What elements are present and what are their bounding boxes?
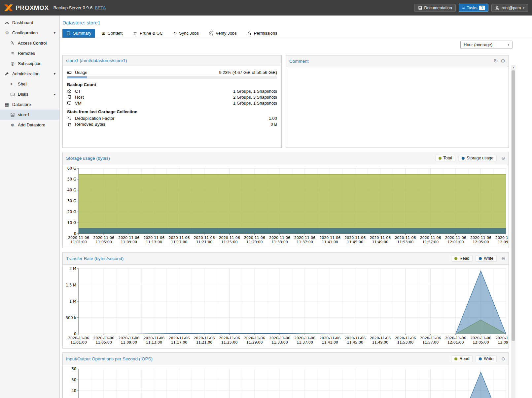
svg-text:11:09:00: 11:09:00 <box>121 340 137 345</box>
collapse-panel-icon[interactable]: ⊖ <box>501 256 505 261</box>
reload-icon[interactable]: ↻ <box>494 58 498 64</box>
legend-storage-usage[interactable]: Storage usage <box>458 155 497 161</box>
legend-read[interactable]: Read <box>451 355 473 362</box>
sidebar-item-shell[interactable]: >_Shell <box>0 79 59 89</box>
row-label: CT <box>75 89 81 94</box>
svg-text:50 G: 50 G <box>67 177 76 182</box>
svg-text:2020-11-06: 2020-11-06 <box>344 236 366 240</box>
tab-label: Verify Jobs <box>216 31 237 36</box>
legend-total[interactable]: Total <box>435 155 455 161</box>
summary-row-ct: CT1 Groups, 1 Snapshots <box>67 89 277 94</box>
svg-text:2020-11-06: 2020-11-06 <box>68 336 89 340</box>
row-value: 1 Groups, 1 Snapshots <box>233 89 277 94</box>
svg-text:2020-11-06: 2020-11-06 <box>118 336 139 340</box>
svg-text:2020-11-06: 2020-11-06 <box>169 336 190 340</box>
svg-text:11:29:00: 11:29:00 <box>246 240 263 244</box>
svg-text:2020-11-06: 2020-11-06 <box>244 236 265 240</box>
collapse-panel-icon[interactable]: ⊖ <box>501 356 505 361</box>
tab-label: Permissions <box>254 31 277 36</box>
scrollbar-thumb[interactable] <box>512 70 515 341</box>
tab-sync-jobs[interactable]: ↻Sync Jobs <box>169 29 202 38</box>
legend-label: Write <box>484 356 493 361</box>
legend-write[interactable]: Write <box>476 255 497 262</box>
tab-summary[interactable]: Summary <box>62 29 95 38</box>
grid-icon: ⊞ <box>102 31 105 36</box>
svg-text:11:17:00: 11:17:00 <box>171 240 187 244</box>
tasks-count-badge: 1 <box>479 6 485 10</box>
scrollbar-up-arrow[interactable]: ▲ <box>511 65 515 70</box>
sidebar-item-subscription[interactable]: ◎Subscription <box>0 58 59 69</box>
svg-text:11:45:00: 11:45:00 <box>347 240 363 244</box>
sidebar-item-datastore[interactable]: ▦Datastore <box>0 99 59 110</box>
brand-text: PROXMOX <box>16 4 49 12</box>
monitor-icon <box>67 101 73 106</box>
svg-text:1 M: 1 M <box>69 299 76 304</box>
svg-text:0: 0 <box>74 332 76 336</box>
chevron-down-icon: ▾ <box>54 31 55 35</box>
svg-text:11:13:00: 11:13:00 <box>146 340 162 345</box>
sidebar-item-dashboard[interactable]: Dashboard <box>0 17 59 28</box>
row-value: 1.00 <box>269 116 277 121</box>
sidebar-item-administration[interactable]: Administration▾ <box>0 69 59 79</box>
sidebar-item-configuration[interactable]: ⚙Configuration▾ <box>0 28 59 38</box>
tab-label: Sync Jobs <box>179 31 199 36</box>
usage-icon <box>67 70 73 75</box>
gear-icon[interactable]: ⚙ <box>501 58 505 64</box>
sidebar-item-access-control[interactable]: Access Control <box>0 38 59 48</box>
comment-body[interactable] <box>286 67 509 73</box>
wrench-icon <box>4 72 10 76</box>
chevron-down-icon: ▾ <box>54 72 55 76</box>
documentation-button[interactable]: Documentation <box>414 4 456 12</box>
legend-write[interactable]: Write <box>476 355 497 362</box>
collapse-panel-icon[interactable]: ⊖ <box>501 155 505 161</box>
sidebar-item-disks[interactable]: Disks▸ <box>0 89 59 99</box>
iops-chart: 01020304050602020-11-0611:01:002020-11-0… <box>63 366 508 398</box>
usage-progress-fill <box>67 76 87 78</box>
sidebar-item-label: store1 <box>18 112 30 117</box>
svg-text:11:41:00: 11:41:00 <box>322 240 338 244</box>
svg-text:12:01:00: 12:01:00 <box>447 240 464 244</box>
svg-text:2020-11-06: 2020-11-06 <box>294 236 315 240</box>
svg-text:11:37:00: 11:37:00 <box>297 340 313 345</box>
panel-header: store1 (/mnt/datastores/store1) <box>63 55 281 66</box>
tab-label: Prune & GC <box>140 31 163 36</box>
legend-read[interactable]: Read <box>451 255 473 262</box>
beta-link[interactable]: BETA <box>95 5 106 10</box>
timeframe-select[interactable]: Hour (average) ▾ <box>460 41 513 49</box>
svg-text:11:09:00: 11:09:00 <box>121 240 137 244</box>
user-menu-button[interactable]: root@pam ▾ <box>491 4 528 12</box>
usage-value: 9.23% (4.67 GiB of 50.56 GiB) <box>219 70 277 75</box>
svg-text:30 G: 30 G <box>67 199 76 203</box>
svg-text:11:57:00: 11:57:00 <box>422 240 439 244</box>
svg-text:2 M: 2 M <box>69 266 76 271</box>
tasks-button[interactable]: ≡ Tasks 1 <box>459 4 488 12</box>
sidebar-item-remotes[interactable]: ≡Remotes <box>0 48 59 58</box>
chart-body: 0500 k1 M1.5 M2 M2020-11-0611:01:002020-… <box>63 265 509 348</box>
vertical-scrollbar[interactable]: ▲ <box>511 65 515 398</box>
legend-label: Read <box>459 256 469 261</box>
svg-text:11:53:00: 11:53:00 <box>397 340 413 345</box>
svg-text:2020-11-06: 2020-11-06 <box>319 236 340 240</box>
building-icon <box>67 95 73 100</box>
sidebar-item-store1[interactable]: store1 <box>0 110 59 120</box>
panel-title: store1 (/mnt/datastores/store1) <box>66 58 127 63</box>
datastore-icon: ▦ <box>4 102 10 107</box>
tab-prune-gc[interactable]: Prune & GC <box>129 29 166 38</box>
tab-verify-jobs[interactable]: ✓Verify Jobs <box>205 29 240 38</box>
svg-text:11:05:00: 11:05:00 <box>95 340 112 345</box>
book-icon <box>66 31 71 36</box>
panel-title: Transfer Rate (bytes/second) <box>66 256 124 261</box>
svg-text:11:05:00: 11:05:00 <box>95 240 112 244</box>
legend-dot-icon <box>479 257 482 260</box>
svg-text:60 G: 60 G <box>67 166 76 171</box>
tab-content[interactable]: ⊞Content <box>98 29 126 38</box>
documentation-label: Documentation <box>424 6 452 10</box>
summary-row-host: Host2 Groups, 3 Snapshots <box>67 95 277 100</box>
svg-text:11:37:00: 11:37:00 <box>297 240 313 244</box>
svg-text:2020-11-06: 2020-11-06 <box>118 236 139 240</box>
sidebar-item-add-datastore[interactable]: ⊕Add Datastore <box>0 120 59 130</box>
tab-permissions[interactable]: Permissions <box>243 29 281 38</box>
task-list-icon: ≡ <box>462 5 465 10</box>
main-content: Datastore: store1 Summary⊞ContentPrune &… <box>60 16 532 398</box>
chart-body: 01020304050602020-11-0611:01:002020-11-0… <box>63 365 509 398</box>
